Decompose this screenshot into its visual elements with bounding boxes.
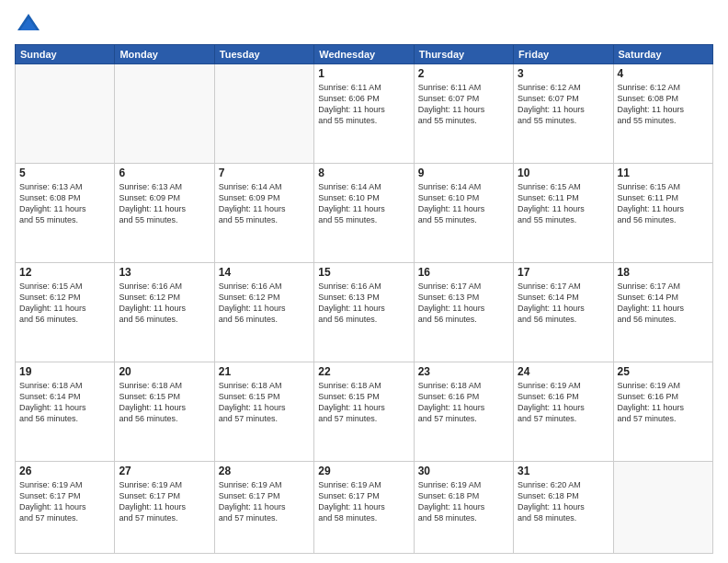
day-number: 27 [119,465,210,477]
cell-info: Sunrise: 6:15 AMSunset: 6:12 PMDaylight:… [19,281,110,326]
day-number: 31 [518,465,609,477]
calendar-cell: 18Sunrise: 6:17 AMSunset: 6:14 PMDayligh… [613,262,712,362]
cell-info: Sunrise: 6:14 AMSunset: 6:09 PMDaylight:… [219,181,310,226]
day-number: 8 [318,167,409,179]
day-number: 3 [518,67,609,80]
day-number: 24 [518,365,609,378]
calendar-cell: 6Sunrise: 6:13 AMSunset: 6:09 PMDaylight… [115,163,214,262]
day-number: 5 [19,167,110,179]
calendar-cell: 3Sunrise: 6:12 AMSunset: 6:07 PMDaylight… [514,64,613,164]
calendar-cell: 11Sunrise: 6:15 AMSunset: 6:11 PMDayligh… [613,163,712,262]
day-number: 22 [318,365,409,378]
day-number: 16 [418,266,509,279]
day-number: 18 [618,266,709,279]
calendar-cell: 15Sunrise: 6:16 AMSunset: 6:13 PMDayligh… [314,262,414,362]
cell-info: Sunrise: 6:16 AMSunset: 6:12 PMDaylight:… [219,281,310,326]
day-number: 17 [518,266,609,279]
cell-info: Sunrise: 6:17 AMSunset: 6:13 PMDaylight:… [418,281,509,326]
weekday-header-wednesday: Wednesday [314,45,414,64]
calendar-cell: 4Sunrise: 6:12 AMSunset: 6:08 PMDaylight… [613,64,712,164]
cell-info: Sunrise: 6:14 AMSunset: 6:10 PMDaylight:… [418,181,509,226]
cell-info: Sunrise: 6:18 AMSunset: 6:15 PMDaylight:… [318,380,409,425]
day-number: 13 [119,266,210,279]
day-number: 4 [618,67,709,80]
cell-info: Sunrise: 6:19 AMSunset: 6:17 PMDaylight:… [318,479,409,524]
day-number: 19 [19,365,110,378]
calendar-cell: 23Sunrise: 6:18 AMSunset: 6:16 PMDayligh… [414,362,513,461]
cell-info: Sunrise: 6:19 AMSunset: 6:17 PMDaylight:… [219,479,310,524]
page: SundayMondayTuesdayWednesdayThursdayFrid… [0,0,728,563]
weekday-header-friday: Friday [514,45,613,64]
cell-info: Sunrise: 6:15 AMSunset: 6:11 PMDaylight:… [518,181,609,226]
day-number: 9 [418,167,509,179]
calendar-cell [16,64,115,164]
calendar-cell [613,461,712,553]
day-number: 21 [219,365,310,378]
cell-info: Sunrise: 6:11 AMSunset: 6:06 PMDaylight:… [318,82,409,127]
cell-info: Sunrise: 6:19 AMSunset: 6:17 PMDaylight:… [119,479,210,524]
calendar-cell: 16Sunrise: 6:17 AMSunset: 6:13 PMDayligh… [414,262,513,362]
calendar-cell: 14Sunrise: 6:16 AMSunset: 6:12 PMDayligh… [214,262,313,362]
calendar-cell: 19Sunrise: 6:18 AMSunset: 6:14 PMDayligh… [16,362,115,461]
calendar-table: SundayMondayTuesdayWednesdayThursdayFrid… [15,44,713,554]
cell-info: Sunrise: 6:11 AMSunset: 6:07 PMDaylight:… [418,82,509,127]
weekday-header-thursday: Thursday [414,45,513,64]
calendar-cell: 31Sunrise: 6:20 AMSunset: 6:18 PMDayligh… [514,461,613,553]
day-number: 30 [418,465,509,477]
weekday-header-saturday: Saturday [613,45,712,64]
cell-info: Sunrise: 6:19 AMSunset: 6:18 PMDaylight:… [418,479,509,524]
cell-info: Sunrise: 6:16 AMSunset: 6:12 PMDaylight:… [119,281,210,326]
calendar-cell: 27Sunrise: 6:19 AMSunset: 6:17 PMDayligh… [115,461,214,553]
calendar-cell: 12Sunrise: 6:15 AMSunset: 6:12 PMDayligh… [16,262,115,362]
calendar-cell: 30Sunrise: 6:19 AMSunset: 6:18 PMDayligh… [414,461,513,553]
calendar-cell: 24Sunrise: 6:19 AMSunset: 6:16 PMDayligh… [514,362,613,461]
cell-info: Sunrise: 6:19 AMSunset: 6:16 PMDaylight:… [518,380,609,425]
cell-info: Sunrise: 6:12 AMSunset: 6:07 PMDaylight:… [518,82,609,127]
day-number: 7 [219,167,310,179]
calendar-cell: 1Sunrise: 6:11 AMSunset: 6:06 PMDaylight… [314,64,414,164]
cell-info: Sunrise: 6:19 AMSunset: 6:17 PMDaylight:… [19,479,110,524]
calendar-cell [115,64,214,164]
cell-info: Sunrise: 6:18 AMSunset: 6:15 PMDaylight:… [219,380,310,425]
day-number: 1 [318,67,409,80]
header [15,11,713,39]
cell-info: Sunrise: 6:16 AMSunset: 6:13 PMDaylight:… [318,281,409,326]
calendar-cell [214,64,313,164]
calendar-cell: 20Sunrise: 6:18 AMSunset: 6:15 PMDayligh… [115,362,214,461]
day-number: 11 [618,167,709,179]
cell-info: Sunrise: 6:17 AMSunset: 6:14 PMDaylight:… [618,281,709,326]
cell-info: Sunrise: 6:17 AMSunset: 6:14 PMDaylight:… [518,281,609,326]
day-number: 28 [219,465,310,477]
weekday-header-monday: Monday [115,45,214,64]
calendar-cell: 5Sunrise: 6:13 AMSunset: 6:08 PMDaylight… [16,163,115,262]
day-number: 23 [418,365,509,378]
day-number: 29 [318,465,409,477]
calendar-cell: 22Sunrise: 6:18 AMSunset: 6:15 PMDayligh… [314,362,414,461]
calendar-cell: 13Sunrise: 6:16 AMSunset: 6:12 PMDayligh… [115,262,214,362]
cell-info: Sunrise: 6:13 AMSunset: 6:08 PMDaylight:… [19,181,110,226]
logo [15,11,46,39]
calendar-cell: 21Sunrise: 6:18 AMSunset: 6:15 PMDayligh… [214,362,313,461]
day-number: 2 [418,67,509,80]
calendar-cell: 7Sunrise: 6:14 AMSunset: 6:09 PMDaylight… [214,163,313,262]
cell-info: Sunrise: 6:20 AMSunset: 6:18 PMDaylight:… [518,479,609,524]
cell-info: Sunrise: 6:18 AMSunset: 6:16 PMDaylight:… [418,380,509,425]
cell-info: Sunrise: 6:19 AMSunset: 6:16 PMDaylight:… [618,380,709,425]
weekday-header-tuesday: Tuesday [214,45,313,64]
cell-info: Sunrise: 6:13 AMSunset: 6:09 PMDaylight:… [119,181,210,226]
calendar-cell: 29Sunrise: 6:19 AMSunset: 6:17 PMDayligh… [314,461,414,553]
calendar-cell: 26Sunrise: 6:19 AMSunset: 6:17 PMDayligh… [16,461,115,553]
cell-info: Sunrise: 6:14 AMSunset: 6:10 PMDaylight:… [318,181,409,226]
day-number: 6 [119,167,210,179]
day-number: 26 [19,465,110,477]
day-number: 12 [19,266,110,279]
calendar-cell: 10Sunrise: 6:15 AMSunset: 6:11 PMDayligh… [514,163,613,262]
day-number: 15 [318,266,409,279]
day-number: 10 [518,167,609,179]
calendar-cell: 8Sunrise: 6:14 AMSunset: 6:10 PMDaylight… [314,163,414,262]
cell-info: Sunrise: 6:12 AMSunset: 6:08 PMDaylight:… [618,82,709,127]
calendar-cell: 9Sunrise: 6:14 AMSunset: 6:10 PMDaylight… [414,163,513,262]
weekday-header-sunday: Sunday [16,45,115,64]
calendar-cell: 28Sunrise: 6:19 AMSunset: 6:17 PMDayligh… [214,461,313,553]
calendar-cell: 17Sunrise: 6:17 AMSunset: 6:14 PMDayligh… [514,262,613,362]
